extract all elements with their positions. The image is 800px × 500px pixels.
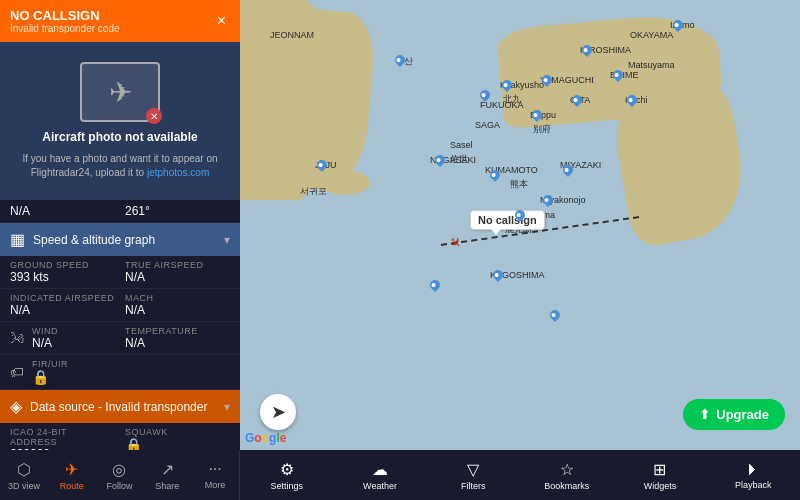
filters-label: Filters — [461, 481, 486, 491]
label-ias: INDICATED AIRSPEED — [10, 293, 115, 303]
toolbar-filters[interactable]: ▽ Filters — [427, 450, 520, 500]
3d-view-label: 3D view — [8, 481, 40, 491]
toolbar-share[interactable]: ↗ Share — [143, 450, 191, 500]
speed-altitude-chevron: ▾ — [224, 233, 230, 247]
toolbar-settings[interactable]: ⚙ Settings — [240, 450, 333, 500]
label-temperature: TEMPERATURE — [125, 326, 230, 336]
close-button[interactable]: × — [213, 12, 230, 30]
aircraft-photo-icon: ✈ — [109, 76, 132, 109]
value-fir: 🔒 — [32, 369, 68, 385]
bottom-toolbar: ⬡ 3D view ✈ Route ◎ Follow ↗ Share ··· M… — [0, 450, 800, 500]
navigation-arrow[interactable]: ➤ — [260, 394, 296, 430]
label-true-airspeed: TRUE AIRSPEED — [125, 260, 230, 270]
upgrade-button[interactable]: ⬆ Upgrade — [683, 399, 785, 430]
playback-icon: ⏵ — [745, 460, 761, 478]
label-squawk: SQUAWK — [125, 427, 230, 437]
fir-icon: 🏷 — [10, 364, 24, 380]
value-ground-speed: 393 kts — [10, 270, 115, 284]
label-wind: WIND — [32, 326, 58, 336]
callsign-title: NO CALLSIGN — [10, 8, 120, 23]
more-label: More — [205, 480, 226, 490]
toolbar-weather[interactable]: ☁ Weather — [333, 450, 426, 500]
speed-altitude-icon: ▦ — [10, 230, 25, 249]
label-fir: FIR/UIR — [32, 359, 68, 369]
photo-placeholder: ✈ ✕ — [80, 62, 160, 122]
photo-section: ✈ ✕ Aircraft photo not available If you … — [0, 42, 240, 200]
route-icon: ✈ — [65, 460, 78, 479]
bookmarks-label: Bookmarks — [544, 481, 589, 491]
share-label: Share — [155, 481, 179, 491]
data-row-bearing: N/A 261° — [0, 200, 240, 223]
data-source-icon: ◈ — [10, 397, 22, 416]
label-icao: ICAO 24-BIT ADDRESS — [10, 427, 115, 447]
wind-icon: 🌬 — [10, 330, 24, 346]
playback-label: Playback — [735, 480, 772, 490]
widgets-icon: ⊞ — [653, 460, 666, 479]
photo-unavailable-icon: ✕ — [146, 108, 162, 124]
transponder-subtitle: Invalid transponder code — [10, 23, 120, 34]
data-row-icao: ICAO 24-BIT ADDRESS 200000 SQUAWK 🔒 — [0, 423, 240, 450]
data-row-fir: 🏷 FIR/UIR 🔒 — [0, 355, 240, 390]
weather-icon: ☁ — [372, 460, 388, 479]
photo-description: If you have a photo and want it to appea… — [10, 152, 230, 180]
sidebar-header: NO CALLSIGN Invalid transponder code × — [0, 0, 240, 42]
toolbar-route[interactable]: ✈ Route — [48, 450, 96, 500]
value-temperature: N/A — [125, 336, 230, 350]
upgrade-icon: ⬆ — [699, 407, 710, 422]
value-wind: N/A — [32, 336, 58, 350]
bookmarks-icon: ☆ — [560, 460, 574, 479]
data-row-ias: INDICATED AIRSPEED N/A MACH N/A — [0, 289, 240, 322]
data-source-section[interactable]: ◈ Data source - Invalid transponder ▾ — [0, 390, 240, 423]
speed-altitude-section[interactable]: ▦ Speed & altitude graph ▾ — [0, 223, 240, 256]
follow-label: Follow — [106, 481, 132, 491]
value-ias: N/A — [10, 303, 115, 317]
upgrade-label: Upgrade — [716, 407, 769, 422]
toolbar-widgets[interactable]: ⊞ Widgets — [613, 450, 706, 500]
value-na1: N/A — [10, 204, 115, 218]
value-squawk: 🔒 — [125, 437, 230, 450]
speed-altitude-label: Speed & altitude graph — [33, 233, 216, 247]
settings-icon: ⚙ — [280, 460, 294, 479]
data-row-speed: GROUND SPEED 393 kts TRUE AIRSPEED N/A — [0, 256, 240, 289]
value-mach: N/A — [125, 303, 230, 317]
map-land-jeju — [320, 170, 370, 195]
callsign-bubble: No callsign — [470, 210, 545, 230]
widgets-label: Widgets — [644, 481, 677, 491]
route-label: Route — [60, 481, 84, 491]
photo-title: Aircraft photo not available — [42, 130, 197, 144]
toolbar-more[interactable]: ··· More — [191, 450, 239, 500]
settings-label: Settings — [270, 481, 303, 491]
sidebar: NO CALLSIGN Invalid transponder code × ✈… — [0, 0, 240, 450]
weather-label: Weather — [363, 481, 397, 491]
data-source-label: Data source - Invalid transponder — [30, 400, 216, 414]
follow-icon: ◎ — [112, 460, 126, 479]
label-ground-speed: GROUND SPEED — [10, 260, 115, 270]
google-logo: Google — [245, 431, 286, 445]
toolbar-playback[interactable]: ⏵ Playback — [707, 450, 800, 500]
toolbar-follow[interactable]: ◎ Follow — [96, 450, 144, 500]
more-icon: ··· — [208, 460, 221, 478]
data-row-wind: 🌬 WIND N/A TEMPERATURE N/A — [0, 322, 240, 355]
label-mach: MACH — [125, 293, 230, 303]
filters-icon: ▽ — [467, 460, 479, 479]
share-icon: ↗ — [161, 460, 174, 479]
toolbar-bookmarks[interactable]: ☆ Bookmarks — [520, 450, 613, 500]
jetphotos-link[interactable]: jetphotos.com — [147, 167, 209, 178]
value-true-airspeed: N/A — [125, 270, 230, 284]
toolbar-right: ⚙ Settings ☁ Weather ▽ Filters ☆ Bookmar… — [240, 450, 800, 500]
map-container[interactable]: JEONNAM부산JEJU서귀포FUKUOKASAGANAGASAKIKUMAM… — [240, 0, 800, 450]
toolbar-left: ⬡ 3D view ✈ Route ◎ Follow ↗ Share ··· M… — [0, 450, 240, 500]
value-bearing: 261° — [125, 204, 230, 218]
data-source-chevron: ▾ — [224, 400, 230, 414]
3d-view-icon: ⬡ — [17, 460, 31, 479]
toolbar-3d-view[interactable]: ⬡ 3D view — [0, 450, 48, 500]
